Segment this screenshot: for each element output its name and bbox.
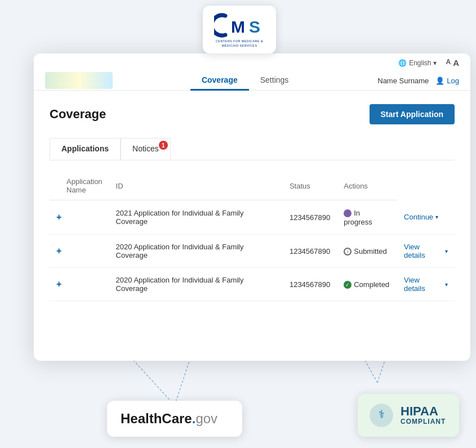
action-link[interactable]: Continue ▾ [404,213,438,221]
start-application-button[interactable]: Start Application [370,104,455,124]
col-header-status: Status [283,172,337,200]
cms-logo: M S CENTERS FOR MEDICARE & MEDICAID SERV… [213,11,266,48]
col-header-actions: Actions [337,172,397,200]
cell-status: iSubmitted [337,235,397,268]
cell-expand[interactable]: + [50,235,109,268]
coverage-header: Coverage Start Application [50,104,455,124]
cell-expand[interactable]: + [50,268,109,301]
sub-tabs: Applications Notices 1 [50,138,455,160]
browser-window: 🌐 English ▾ A A Coverage Settings Name S… [34,53,470,361]
cell-name: 2020 Application for Individual & Family… [109,268,283,301]
healthcare-logo: HealthCare.gov [121,411,229,427]
top-bar-utilities: 🌐 English ▾ A A [45,58,459,71]
notices-badge: 1 [159,141,168,150]
language-selector[interactable]: 🌐 English ▾ [398,59,437,67]
col-header-id: ID [109,172,283,200]
cell-name: 2020 Application for Individual & Family… [109,235,283,268]
tab-settings[interactable]: Settings [249,71,300,91]
cell-action[interactable]: Continue ▾ [397,200,455,235]
table-row: + 2020 Application for Individual & Fami… [50,235,455,268]
cell-name: 2021 Application for Individual & Family… [109,200,283,235]
top-bar: 🌐 English ▾ A A Coverage Settings Name S… [34,53,470,91]
hipaa-subtitle: COMPLIANT [401,418,446,425]
login-link[interactable]: 👤 Log [435,77,459,85]
hipaa-badge: ⚕ HIPAA COMPLIANT [358,394,459,437]
applications-table: Application Name ID Status Actions + 202… [50,172,455,301]
user-name: Name Surname [377,77,429,85]
tab-applications[interactable]: Applications [50,138,121,160]
cell-action[interactable]: View details ▾ [397,235,455,268]
tab-coverage[interactable]: Coverage [190,71,249,91]
action-link[interactable]: View details ▾ [404,276,448,293]
cell-id: 1234567890 [283,268,337,301]
healthcare-bold: HealthCare [121,411,192,426]
svg-text:⚕: ⚕ [379,408,385,420]
login-label: Log [447,77,459,85]
hipaa-title: HIPAA [401,405,446,418]
cell-id: 1234567890 [283,235,337,268]
cms-badge: M S CENTERS FOR MEDICARE & MEDICAID SERV… [203,6,276,53]
cell-status: In progress [337,200,397,235]
user-info: Name Surname 👤 Log [377,77,459,85]
language-label: English [409,59,431,67]
table-row: + 2021 Application for Individual & Fami… [50,200,455,235]
globe-icon: 🌐 [398,59,407,67]
table-row: + 2020 Application for Individual & Fami… [50,268,455,301]
cms-subtitle: CENTERS FOR MEDICARE & MEDICAID SERVICES [213,39,266,48]
user-icon: 👤 [435,77,444,85]
col-header-name: Application Name [50,172,109,200]
main-nav: Coverage Settings [190,71,300,90]
font-size-large[interactable]: A [453,58,459,68]
page-title: Coverage [50,107,106,122]
cell-expand[interactable]: + [50,200,109,235]
tab-notices[interactable]: Notices 1 [121,138,171,160]
hipaa-text: HIPAA COMPLIANT [401,405,446,425]
healthcare-badge: HealthCare.gov [107,401,242,437]
svg-text:M: M [231,17,245,36]
top-bar-main: Coverage Settings Name Surname 👤 Log [45,71,459,90]
content-area: Coverage Start Application Applications … [34,91,470,315]
svg-text:S: S [249,17,260,36]
hipaa-icon: ⚕ [369,403,394,428]
cell-status: ✓Completed [337,268,397,301]
chevron-down-icon: ▾ [433,59,437,67]
cell-action[interactable]: View details ▾ [397,268,455,301]
action-link[interactable]: View details ▾ [404,243,448,259]
font-size-small[interactable]: A [446,58,451,68]
site-logo [45,72,113,89]
healthcare-gov: gov [195,411,217,426]
font-size-controls: A A [446,58,459,68]
cell-id: 1234567890 [283,200,337,235]
